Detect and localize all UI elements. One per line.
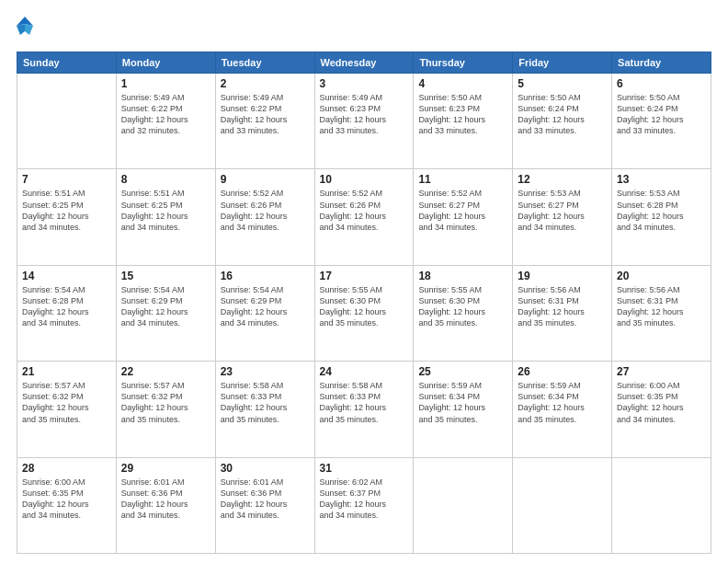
day-info: Sunrise: 5:58 AM Sunset: 6:33 PM Dayligh…	[221, 380, 310, 425]
day-number: 11	[418, 173, 507, 186]
day-info: Sunrise: 5:54 AM Sunset: 6:29 PM Dayligh…	[221, 284, 310, 329]
calendar-cell: 6Sunrise: 5:50 AM Sunset: 6:24 PM Daylig…	[612, 74, 711, 169]
day-info: Sunrise: 5:57 AM Sunset: 6:32 PM Dayligh…	[22, 380, 111, 425]
day-info: Sunrise: 6:00 AM Sunset: 6:35 PM Dayligh…	[22, 477, 111, 522]
day-number: 29	[121, 462, 210, 475]
weekday-header: Sunday	[17, 52, 117, 74]
calendar-cell: 12Sunrise: 5:53 AM Sunset: 6:27 PM Dayli…	[513, 169, 612, 265]
calendar-cell: 10Sunrise: 5:52 AM Sunset: 6:26 PM Dayli…	[314, 169, 414, 265]
day-info: Sunrise: 5:57 AM Sunset: 6:32 PM Dayligh…	[121, 380, 210, 425]
day-info: Sunrise: 5:55 AM Sunset: 6:30 PM Dayligh…	[320, 284, 409, 329]
day-number: 14	[22, 270, 111, 282]
calendar-cell: 1Sunrise: 5:49 AM Sunset: 6:22 PM Daylig…	[116, 74, 215, 169]
day-number: 31	[320, 462, 409, 475]
calendar-cell: 7Sunrise: 5:51 AM Sunset: 6:25 PM Daylig…	[17, 169, 117, 265]
day-number: 25	[418, 365, 507, 378]
day-info: Sunrise: 5:52 AM Sunset: 6:27 PM Dayligh…	[418, 188, 507, 233]
page: SundayMondayTuesdayWednesdayThursdayFrid…	[0, 0, 728, 563]
day-info: Sunrise: 5:51 AM Sunset: 6:25 PM Dayligh…	[22, 188, 111, 233]
calendar-cell: 4Sunrise: 5:50 AM Sunset: 6:23 PM Daylig…	[414, 74, 513, 169]
calendar-week-row: 21Sunrise: 5:57 AM Sunset: 6:32 PM Dayli…	[17, 362, 711, 457]
day-number: 5	[518, 77, 607, 90]
calendar-week-row: 28Sunrise: 6:00 AM Sunset: 6:35 PM Dayli…	[17, 457, 711, 553]
day-number: 16	[221, 270, 310, 282]
day-info: Sunrise: 5:50 AM Sunset: 6:24 PM Dayligh…	[518, 92, 607, 137]
day-info: Sunrise: 5:54 AM Sunset: 6:29 PM Dayligh…	[121, 284, 210, 329]
calendar-week-row: 14Sunrise: 5:54 AM Sunset: 6:28 PM Dayli…	[17, 265, 711, 361]
day-number: 2	[221, 77, 310, 90]
weekday-header-row: SundayMondayTuesdayWednesdayThursdayFrid…	[17, 52, 711, 74]
calendar-cell: 22Sunrise: 5:57 AM Sunset: 6:32 PM Dayli…	[116, 362, 215, 457]
calendar-cell: 20Sunrise: 5:56 AM Sunset: 6:31 PM Dayli…	[612, 265, 711, 361]
day-info: Sunrise: 6:02 AM Sunset: 6:37 PM Dayligh…	[320, 477, 409, 522]
header	[17, 17, 711, 42]
svg-marker-1	[25, 24, 33, 35]
day-number: 19	[518, 270, 607, 282]
calendar-cell	[513, 457, 612, 553]
calendar-cell	[414, 457, 513, 553]
calendar-cell: 31Sunrise: 6:02 AM Sunset: 6:37 PM Dayli…	[314, 457, 414, 553]
calendar-cell: 27Sunrise: 6:00 AM Sunset: 6:35 PM Dayli…	[612, 362, 711, 457]
calendar-cell	[612, 457, 711, 553]
day-info: Sunrise: 5:52 AM Sunset: 6:26 PM Dayligh…	[320, 188, 409, 233]
day-info: Sunrise: 5:49 AM Sunset: 6:22 PM Dayligh…	[221, 92, 310, 137]
calendar-cell: 11Sunrise: 5:52 AM Sunset: 6:27 PM Dayli…	[414, 169, 513, 265]
day-number: 22	[121, 365, 210, 378]
day-info: Sunrise: 5:59 AM Sunset: 6:34 PM Dayligh…	[418, 380, 507, 425]
day-info: Sunrise: 5:49 AM Sunset: 6:22 PM Dayligh…	[121, 92, 210, 137]
calendar-cell: 5Sunrise: 5:50 AM Sunset: 6:24 PM Daylig…	[513, 74, 612, 169]
calendar-cell: 19Sunrise: 5:56 AM Sunset: 6:31 PM Dayli…	[513, 265, 612, 361]
day-info: Sunrise: 5:53 AM Sunset: 6:27 PM Dayligh…	[518, 188, 607, 233]
day-number: 1	[121, 77, 210, 90]
day-number: 4	[418, 77, 507, 90]
logo	[17, 17, 37, 42]
day-info: Sunrise: 5:58 AM Sunset: 6:33 PM Dayligh…	[320, 380, 409, 425]
day-info: Sunrise: 5:51 AM Sunset: 6:25 PM Dayligh…	[121, 188, 210, 233]
calendar-cell: 18Sunrise: 5:55 AM Sunset: 6:30 PM Dayli…	[414, 265, 513, 361]
day-number: 15	[121, 270, 210, 282]
calendar-cell: 28Sunrise: 6:00 AM Sunset: 6:35 PM Dayli…	[17, 457, 117, 553]
day-info: Sunrise: 6:00 AM Sunset: 6:35 PM Dayligh…	[617, 380, 706, 425]
calendar-cell: 30Sunrise: 6:01 AM Sunset: 6:36 PM Dayli…	[215, 457, 314, 553]
calendar-cell: 16Sunrise: 5:54 AM Sunset: 6:29 PM Dayli…	[215, 265, 314, 361]
logo-icon	[17, 17, 33, 42]
day-number: 23	[221, 365, 310, 378]
day-info: Sunrise: 5:49 AM Sunset: 6:23 PM Dayligh…	[320, 92, 409, 137]
day-info: Sunrise: 5:50 AM Sunset: 6:23 PM Dayligh…	[418, 92, 507, 137]
calendar-cell: 25Sunrise: 5:59 AM Sunset: 6:34 PM Dayli…	[414, 362, 513, 457]
day-number: 27	[617, 365, 706, 378]
day-info: Sunrise: 5:52 AM Sunset: 6:26 PM Dayligh…	[221, 188, 310, 233]
calendar-cell: 17Sunrise: 5:55 AM Sunset: 6:30 PM Dayli…	[314, 265, 414, 361]
day-number: 10	[320, 173, 409, 186]
day-number: 20	[617, 270, 706, 282]
calendar-cell: 2Sunrise: 5:49 AM Sunset: 6:22 PM Daylig…	[215, 74, 314, 169]
calendar-week-row: 7Sunrise: 5:51 AM Sunset: 6:25 PM Daylig…	[17, 169, 711, 265]
day-info: Sunrise: 6:01 AM Sunset: 6:36 PM Dayligh…	[121, 477, 210, 522]
calendar-cell: 13Sunrise: 5:53 AM Sunset: 6:28 PM Dayli…	[612, 169, 711, 265]
calendar-cell	[17, 74, 117, 169]
day-info: Sunrise: 5:54 AM Sunset: 6:28 PM Dayligh…	[22, 284, 111, 329]
calendar-cell: 29Sunrise: 6:01 AM Sunset: 6:36 PM Dayli…	[116, 457, 215, 553]
day-number: 6	[617, 77, 706, 90]
day-number: 12	[518, 173, 607, 186]
calendar-cell: 24Sunrise: 5:58 AM Sunset: 6:33 PM Dayli…	[314, 362, 414, 457]
weekday-header: Wednesday	[314, 52, 414, 74]
day-info: Sunrise: 6:01 AM Sunset: 6:36 PM Dayligh…	[221, 477, 310, 522]
day-number: 7	[22, 173, 111, 186]
day-number: 26	[518, 365, 607, 378]
day-info: Sunrise: 5:55 AM Sunset: 6:30 PM Dayligh…	[418, 284, 507, 329]
day-number: 18	[418, 270, 507, 282]
day-info: Sunrise: 5:56 AM Sunset: 6:31 PM Dayligh…	[617, 284, 706, 329]
day-number: 8	[121, 173, 210, 186]
day-info: Sunrise: 5:53 AM Sunset: 6:28 PM Dayligh…	[617, 188, 706, 233]
day-number: 28	[22, 462, 111, 475]
calendar-cell: 14Sunrise: 5:54 AM Sunset: 6:28 PM Dayli…	[17, 265, 117, 361]
weekday-header: Tuesday	[215, 52, 314, 74]
weekday-header: Monday	[116, 52, 215, 74]
calendar-cell: 15Sunrise: 5:54 AM Sunset: 6:29 PM Dayli…	[116, 265, 215, 361]
day-number: 21	[22, 365, 111, 378]
weekday-header: Friday	[513, 52, 612, 74]
calendar-week-row: 1Sunrise: 5:49 AM Sunset: 6:22 PM Daylig…	[17, 74, 711, 169]
svg-marker-2	[17, 24, 25, 35]
calendar-cell: 9Sunrise: 5:52 AM Sunset: 6:26 PM Daylig…	[215, 169, 314, 265]
